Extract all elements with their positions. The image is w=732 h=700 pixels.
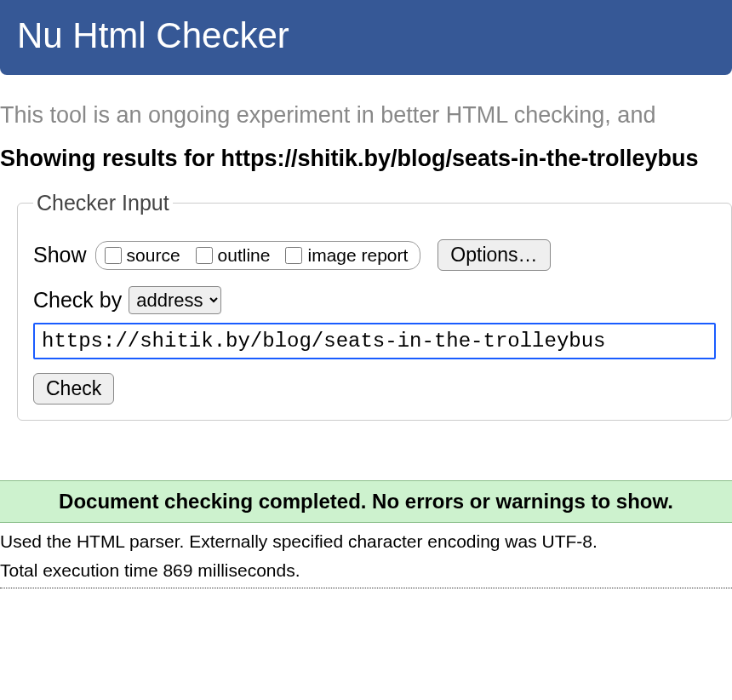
intro-text: This tool is an ongoing experiment in be…: [0, 102, 732, 129]
source-checkbox-label[interactable]: source: [105, 245, 180, 266]
timing-info: Total execution time 869 milliseconds.: [0, 560, 732, 581]
footer-divider: [0, 588, 732, 588]
checker-input-fieldset: Checker Input Show source outline image …: [17, 191, 732, 421]
outline-checkbox[interactable]: [196, 247, 213, 264]
outline-checkbox-label[interactable]: outline: [196, 245, 271, 266]
check-button[interactable]: Check: [33, 373, 114, 405]
page-title: Nu Html Checker: [17, 15, 715, 56]
image-report-checkbox-label[interactable]: image report: [285, 245, 408, 266]
parser-info: Used the HTML parser. Externally specifi…: [0, 531, 732, 552]
show-options-pill: source outline image report: [95, 241, 421, 270]
options-button[interactable]: Options…: [437, 239, 550, 271]
image-report-checkbox[interactable]: [285, 247, 302, 264]
checker-input-legend: Checker Input: [33, 191, 173, 215]
image-report-text: image report: [307, 245, 408, 266]
url-input[interactable]: [33, 323, 716, 359]
checkby-select[interactable]: address: [129, 286, 221, 314]
source-text: source: [127, 245, 180, 266]
success-message: Document checking completed. No errors o…: [0, 480, 732, 523]
checkby-label: Check by: [33, 288, 122, 313]
outline-text: outline: [218, 245, 271, 266]
source-checkbox[interactable]: [105, 247, 122, 264]
page-header: Nu Html Checker: [0, 0, 732, 75]
results-heading: Showing results for https://shitik.by/bl…: [0, 146, 732, 172]
check-row: Check: [33, 373, 716, 405]
checkby-row: Check by address: [33, 286, 716, 314]
show-label: Show: [33, 243, 87, 267]
show-row: Show source outline image report Options…: [33, 239, 716, 271]
